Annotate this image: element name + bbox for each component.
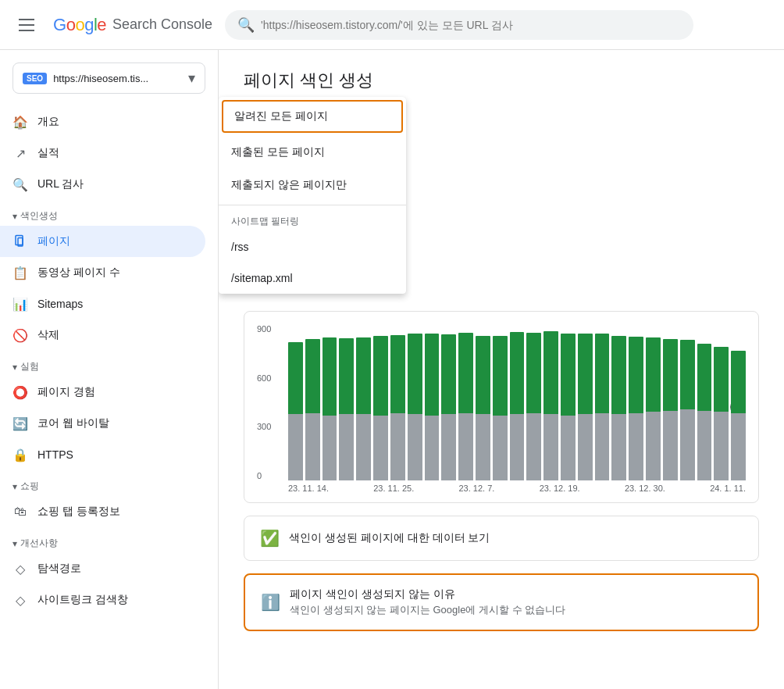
sidebar-item-label: 사이트링크 검색창 — [37, 593, 128, 607]
bar-gray — [595, 413, 610, 480]
bar-green — [578, 334, 593, 414]
bar-green — [731, 351, 746, 413]
bar-group — [526, 324, 541, 480]
dropdown-divider — [219, 205, 406, 205]
bar-green — [408, 334, 422, 414]
search-bar[interactable]: 🔍 — [225, 10, 693, 40]
sidebar-item-sitemaps[interactable]: 📊 Sitemaps — [0, 288, 205, 320]
sidebar-item-overview[interactable]: 🏠 개요 — [0, 106, 205, 137]
sidebar-item-https[interactable]: 🔒 HTTPS — [0, 439, 205, 470]
dropdown-item-all-submitted[interactable]: 제출된 모든 페이지 — [219, 136, 406, 169]
search-input[interactable] — [261, 19, 681, 31]
bar-group — [543, 324, 558, 480]
bar-gray — [288, 414, 303, 480]
x-axis-label: 23. 12. 7. — [459, 484, 495, 493]
site-selector[interactable]: SEO https://hiseosem.tis... ▾ — [12, 62, 205, 94]
site-selector-badge: SEO — [23, 73, 47, 84]
sidebar-item-shopping-tab[interactable]: 🛍 쇼핑 탭 등록정보 — [0, 496, 205, 527]
search-icon: 🔍 — [237, 16, 255, 34]
bar-gray — [629, 413, 643, 480]
dropdown-item-all-known[interactable]: 알려진 모든 페이지 — [222, 100, 403, 133]
indexed-pages-card[interactable]: ✅ 색인이 생성된 페이지에 대한 데이터 보기 — [244, 516, 759, 561]
bar-group — [339, 324, 354, 480]
bar-gray — [526, 413, 541, 480]
sidebar-item-video-pages[interactable]: 📋 동영상 페이지 수 — [0, 257, 205, 288]
bar-green — [373, 336, 388, 416]
bar-group — [697, 324, 712, 480]
x-axis-label: 23. 11. 25. — [373, 484, 414, 493]
bar-group — [356, 324, 371, 480]
dropdown-item-not-submitted[interactable]: 제출되지 않은 페이지만 — [219, 169, 406, 202]
dropdown-section-title: 사이트맵 필터링 — [219, 209, 406, 231]
chart-x-labels: 23. 11. 14.23. 11. 25.23. 12. 7.23. 12. … — [257, 480, 746, 493]
site-selector-url: https://hiseosem.tis... — [53, 73, 182, 84]
bar-gray — [476, 414, 490, 480]
bar-gray — [339, 414, 354, 480]
bar-group — [493, 324, 508, 480]
bar-group — [629, 324, 643, 480]
not-indexed-subtitle: 색인이 생성되지 않는 페이지는 Google에 게시할 수 없습니다 — [290, 603, 565, 617]
sidebar-item-web-vitals[interactable]: 🔄 코어 웹 바이탈 — [0, 408, 205, 439]
google-wordmark: Google — [53, 15, 106, 35]
logo[interactable]: Google Search Console — [53, 15, 212, 35]
dropdown-item-rss[interactable]: /rss — [219, 231, 406, 262]
sidebar-item-sitelinks[interactable]: ◇ 사이트링크 검색창 — [0, 584, 205, 616]
sidebar-item-page-experience[interactable]: ⭕ 페이지 경험 — [0, 377, 205, 408]
home-icon: 🏠 — [12, 114, 28, 130]
bar-green — [561, 334, 576, 416]
sidebar-item-label: URL 검사 — [37, 177, 84, 191]
sidebar-item-label: 탐색경로 — [37, 562, 81, 576]
sidebar-item-label: 동영상 페이지 수 — [37, 266, 120, 280]
sidebar-item-pages[interactable]: 페이지 — [0, 226, 205, 257]
bar-green — [629, 337, 643, 413]
bar-green — [611, 336, 626, 414]
sidebar-item-removals[interactable]: 🚫 삭제 — [0, 320, 205, 351]
bar-green — [356, 337, 371, 414]
sidebar-item-breadcrumbs[interactable]: ◇ 탐색경로 — [0, 553, 205, 584]
bar-green — [458, 333, 473, 413]
bar-gray — [714, 412, 729, 480]
vitals-icon: 🔄 — [12, 416, 28, 431]
bar-green — [595, 334, 610, 413]
y-axis-label: 300 — [257, 422, 271, 431]
bar-gray — [408, 414, 422, 480]
bar-gray — [543, 414, 558, 480]
sidebar-item-performance[interactable]: ↗ 실적 — [0, 137, 205, 169]
chevron-down-icon: ▾ — [12, 362, 17, 373]
chevron-down-icon: ▾ — [188, 70, 195, 87]
sidebar-item-url-inspection[interactable]: 🔍 URL 검사 — [0, 169, 205, 200]
sidebar-item-label: 실적 — [37, 146, 59, 160]
chevron-down-icon: ▾ — [12, 211, 17, 222]
dropdown-item-sitemap[interactable]: /sitemap.xml — [219, 262, 406, 294]
bar-green — [493, 336, 508, 416]
bar-gray — [561, 416, 576, 480]
bar-green — [305, 339, 320, 413]
bar-gray — [458, 413, 473, 480]
menu-icon[interactable] — [12, 12, 41, 37]
sidebar-item-label: 코어 웹 바이탈 — [37, 416, 109, 430]
bar-group — [578, 324, 593, 480]
bar-green — [526, 333, 541, 413]
shopping-icon: 🛍 — [12, 504, 28, 519]
experience-icon: ⭕ — [12, 384, 28, 400]
bar-group — [288, 324, 303, 480]
sidebar-item-label: 개요 — [37, 115, 59, 129]
block-icon: 🚫 — [12, 327, 28, 343]
header: Google Search Console 🔍 — [0, 0, 784, 50]
bar-gray — [731, 413, 746, 480]
chart-bars — [257, 324, 746, 480]
sidebar: SEO https://hiseosem.tis... ▾ 🏠 개요 ↗ 실적 … — [0, 50, 219, 689]
bar-group — [441, 324, 456, 480]
bar-group — [323, 324, 337, 480]
layout: SEO https://hiseosem.tis... ▾ 🏠 개요 ↗ 실적 … — [0, 50, 784, 689]
bar-gray — [323, 416, 337, 480]
bar-group — [561, 324, 576, 480]
bar-gray — [425, 416, 440, 480]
not-indexed-reason-card[interactable]: ℹ️ 페이지 색인이 생성되지 않는 이유 색인이 생성되지 않는 페이지는 G… — [244, 573, 759, 631]
bar-gray — [510, 414, 525, 480]
bar-gray — [441, 414, 456, 480]
chart-area: 23. 11. 14.23. 11. 25.23. 12. 7.23. 12. … — [257, 324, 746, 496]
bar-group — [595, 324, 610, 480]
bar-gray — [680, 409, 695, 480]
bar-green — [543, 331, 558, 414]
